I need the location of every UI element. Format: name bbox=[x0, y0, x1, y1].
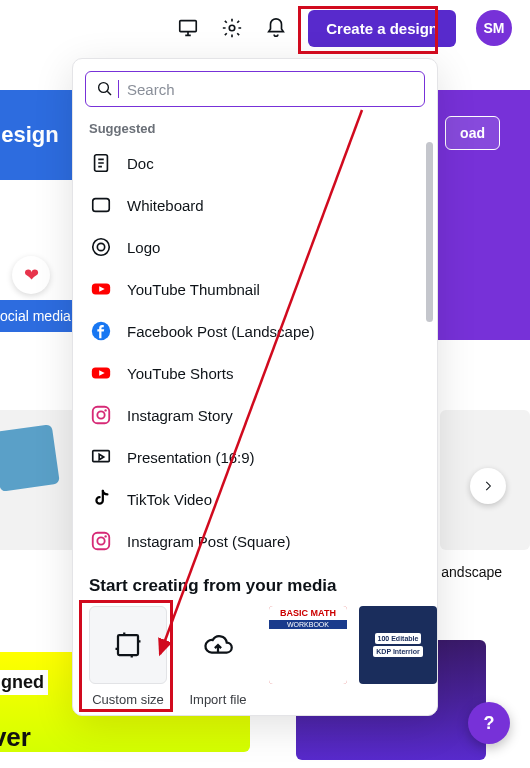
help-button[interactable]: ? bbox=[468, 702, 510, 744]
user-avatar[interactable]: SM bbox=[476, 10, 512, 46]
instagram-icon bbox=[89, 403, 113, 427]
design-type-label: Whiteboard bbox=[127, 197, 204, 214]
doc-icon bbox=[89, 151, 113, 175]
whiteboard-icon bbox=[89, 193, 113, 217]
svg-rect-17 bbox=[118, 635, 138, 655]
template-text: signed bbox=[0, 670, 48, 695]
import-file-tile[interactable]: Import file bbox=[179, 606, 257, 707]
logo-icon bbox=[89, 235, 113, 259]
svg-point-1 bbox=[230, 25, 236, 31]
design-type-facebook-post[interactable]: Facebook Post (Landscape) bbox=[73, 310, 437, 352]
top-bar: Create a design SM bbox=[0, 0, 530, 56]
presentation-icon bbox=[89, 445, 113, 469]
template-label-landscape: andscape bbox=[441, 564, 502, 580]
category-chip-social-media[interactable]: ocial media bbox=[0, 300, 81, 332]
svg-point-16 bbox=[104, 535, 106, 537]
svg-point-11 bbox=[97, 411, 104, 418]
create-design-panel: Suggested Doc Whiteboard Logo YouTube Th… bbox=[72, 58, 438, 716]
heart-icon: ❤ bbox=[12, 256, 50, 294]
thumb-title: 100 Editable bbox=[375, 633, 422, 644]
svg-rect-14 bbox=[93, 533, 110, 550]
design-type-label: Presentation (16:9) bbox=[127, 449, 255, 466]
design-type-label: Instagram Story bbox=[127, 407, 233, 424]
recent-media-thumb[interactable]: BASIC MATH WORKBOOK bbox=[269, 606, 347, 684]
custom-size-tile[interactable]: Custom size bbox=[89, 606, 167, 707]
chevron-right-icon bbox=[481, 479, 495, 493]
create-design-button[interactable]: Create a design bbox=[308, 10, 456, 47]
tiktok-icon bbox=[89, 487, 113, 511]
template-text: over bbox=[0, 722, 31, 753]
svg-rect-0 bbox=[180, 21, 197, 32]
design-type-label: YouTube Thumbnail bbox=[127, 281, 260, 298]
carousel-next-button[interactable] bbox=[470, 468, 506, 504]
instagram-icon bbox=[89, 529, 113, 553]
design-type-youtube-shorts[interactable]: YouTube Shorts bbox=[73, 352, 437, 394]
custom-size-icon bbox=[113, 630, 143, 660]
template-thumb bbox=[0, 424, 60, 492]
desktop-icon[interactable] bbox=[176, 16, 200, 40]
thumb-sub: WORKBOOK bbox=[287, 621, 329, 628]
cloud-upload-icon bbox=[203, 630, 233, 660]
youtube-icon bbox=[89, 361, 113, 385]
svg-point-6 bbox=[97, 243, 104, 250]
design-type-label: Instagram Post (Square) bbox=[127, 533, 290, 550]
svg-point-2 bbox=[99, 83, 109, 93]
suggested-heading: Suggested bbox=[73, 115, 437, 142]
upload-button[interactable]: oad bbox=[445, 116, 500, 150]
thumb-title: BASIC MATH bbox=[280, 608, 336, 618]
design-type-youtube-thumbnail[interactable]: YouTube Thumbnail bbox=[73, 268, 437, 310]
text-cursor bbox=[118, 80, 119, 98]
notification-bell-icon[interactable] bbox=[264, 16, 288, 40]
thumb-sub: KDP Interrior bbox=[373, 646, 422, 657]
youtube-icon bbox=[89, 277, 113, 301]
design-type-label: TikTok Video bbox=[127, 491, 212, 508]
facebook-icon bbox=[89, 319, 113, 343]
design-type-instagram-post[interactable]: Instagram Post (Square) bbox=[73, 520, 437, 562]
design-type-label: YouTube Shorts bbox=[127, 365, 233, 382]
svg-point-12 bbox=[104, 409, 106, 411]
design-type-instagram-story[interactable]: Instagram Story bbox=[73, 394, 437, 436]
design-type-whiteboard[interactable]: Whiteboard bbox=[73, 184, 437, 226]
tile-label: Custom size bbox=[92, 692, 164, 707]
design-type-presentation[interactable]: Presentation (16:9) bbox=[73, 436, 437, 478]
svg-rect-4 bbox=[93, 199, 110, 212]
search-icon bbox=[96, 80, 114, 98]
media-section-title: Start creating from your media bbox=[73, 562, 437, 606]
design-type-label: Doc bbox=[127, 155, 154, 172]
design-type-list: Doc Whiteboard Logo YouTube Thumbnail Fa… bbox=[73, 142, 437, 562]
search-field[interactable] bbox=[85, 71, 425, 107]
media-tiles-row: Custom size Import file BASIC MATH WORKB… bbox=[73, 606, 437, 707]
search-input[interactable] bbox=[127, 81, 414, 98]
design-type-label: Facebook Post (Landscape) bbox=[127, 323, 315, 340]
design-type-label: Logo bbox=[127, 239, 160, 256]
promo-banner-text: esign bbox=[1, 122, 58, 148]
design-type-logo[interactable]: Logo bbox=[73, 226, 437, 268]
svg-point-5 bbox=[93, 239, 110, 256]
design-type-doc[interactable]: Doc bbox=[73, 142, 437, 184]
tile-label: Import file bbox=[189, 692, 246, 707]
recent-media-thumb[interactable]: 100 Editable KDP Interrior bbox=[359, 606, 437, 684]
svg-rect-10 bbox=[93, 407, 110, 424]
svg-point-15 bbox=[97, 537, 104, 544]
design-type-tiktok-video[interactable]: TikTok Video bbox=[73, 478, 437, 520]
settings-gear-icon[interactable] bbox=[220, 16, 244, 40]
